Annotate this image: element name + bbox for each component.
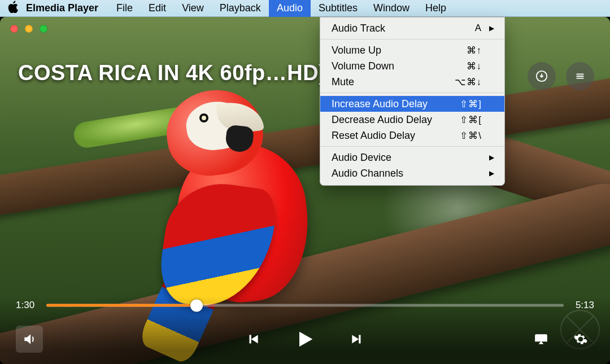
window-close-button[interactable] bbox=[10, 25, 18, 33]
menu-item-shortcut: ⌘↓ bbox=[442, 60, 482, 72]
menu-file[interactable]: File bbox=[108, 0, 141, 17]
submenu-arrow-icon: ▶ bbox=[487, 24, 495, 32]
menu-subtitles[interactable]: Subtitles bbox=[311, 0, 365, 17]
menu-playback[interactable]: Playback bbox=[212, 0, 269, 17]
menu-audio[interactable]: Audio bbox=[269, 0, 311, 17]
menu-item-audio-channels[interactable]: Audio Channels▶ bbox=[320, 165, 504, 181]
menu-item-shortcut: A bbox=[442, 23, 482, 34]
audio-menu-dropdown: Audio TrackA▶Volume Up⌘↑Volume Down⌘↓Mut… bbox=[320, 17, 505, 186]
menu-item-shortcut: ⌘↑ bbox=[442, 45, 482, 56]
menu-item-mute[interactable]: Mute⌥⌘↓ bbox=[320, 74, 504, 90]
menu-item-label: Audio Device bbox=[332, 152, 442, 164]
menu-item-reset-audio-delay[interactable]: Reset Audio Delay⇧⌘\ bbox=[320, 128, 504, 143]
menu-item-audio-device[interactable]: Audio Device▶ bbox=[320, 150, 504, 165]
menu-help[interactable]: Help bbox=[417, 0, 454, 17]
mac-menubar: Elmedia Player File Edit View Playback A… bbox=[0, 0, 610, 17]
airplay-button[interactable] bbox=[528, 326, 555, 353]
time-total: 5:13 bbox=[576, 300, 594, 311]
playlist-button[interactable] bbox=[566, 62, 594, 90]
menu-item-label: Audio Track bbox=[332, 23, 442, 34]
menu-item-label: Volume Up bbox=[332, 45, 442, 56]
download-button[interactable] bbox=[528, 62, 556, 90]
play-button[interactable] bbox=[291, 326, 319, 353]
menu-item-audio-track[interactable]: Audio TrackA▶ bbox=[320, 20, 504, 36]
apple-icon[interactable] bbox=[8, 1, 18, 16]
menu-item-decrease-audio-delay[interactable]: Decrease Audio Delay⇧⌘[ bbox=[320, 112, 504, 128]
menu-item-label: Mute bbox=[332, 76, 442, 88]
window-minimize-button[interactable] bbox=[25, 25, 33, 33]
menu-item-volume-down[interactable]: Volume Down⌘↓ bbox=[320, 58, 504, 74]
menu-item-label: Reset Audio Delay bbox=[332, 130, 442, 142]
previous-button[interactable] bbox=[239, 326, 267, 353]
menu-item-shortcut: ⇧⌘[ bbox=[442, 114, 482, 126]
menu-item-shortcut: ⇧⌘] bbox=[442, 98, 482, 110]
timeline-track[interactable] bbox=[46, 304, 564, 307]
menu-item-shortcut: ⇧⌘\ bbox=[442, 130, 482, 142]
window-traffic-lights bbox=[10, 25, 47, 33]
menu-item-label: Increase Audio Delay bbox=[332, 98, 442, 110]
menu-item-volume-up[interactable]: Volume Up⌘↑ bbox=[320, 42, 504, 58]
video-title: COSTA RICA IN 4K 60fp…HD) (2 bbox=[18, 61, 352, 85]
timeline[interactable]: 1:30 5:13 bbox=[16, 300, 594, 311]
menu-window[interactable]: Window bbox=[365, 0, 417, 17]
player-controls: 1:30 5:13 bbox=[0, 296, 610, 364]
menu-item-label: Volume Down bbox=[332, 60, 442, 72]
time-elapsed: 1:30 bbox=[16, 300, 34, 311]
menu-item-shortcut: ⌥⌘↓ bbox=[442, 76, 482, 88]
settings-button[interactable] bbox=[567, 326, 594, 353]
menu-view[interactable]: View bbox=[174, 0, 212, 17]
menu-item-increase-audio-delay[interactable]: Increase Audio Delay⇧⌘] bbox=[320, 96, 504, 112]
menu-item-label: Decrease Audio Delay bbox=[332, 114, 442, 126]
submenu-arrow-icon: ▶ bbox=[487, 154, 495, 161]
timeline-thumb[interactable] bbox=[190, 299, 203, 312]
player-window: COSTA RICA IN 4K 60fp…HD) (2 1:30 5:13 bbox=[0, 17, 610, 364]
volume-button[interactable] bbox=[16, 326, 43, 353]
submenu-arrow-icon: ▶ bbox=[487, 169, 495, 177]
next-button[interactable] bbox=[343, 326, 371, 353]
menu-edit[interactable]: Edit bbox=[141, 0, 174, 17]
app-name: Elmedia Player bbox=[26, 2, 98, 14]
window-zoom-button[interactable] bbox=[40, 25, 47, 33]
menu-item-label: Audio Channels bbox=[332, 168, 442, 179]
